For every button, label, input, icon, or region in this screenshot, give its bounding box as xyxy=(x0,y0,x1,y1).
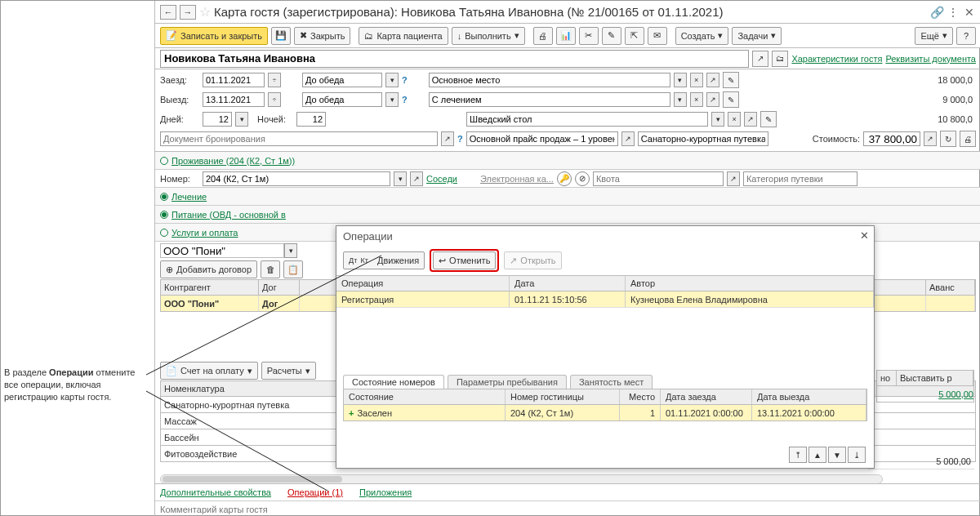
org-input[interactable] xyxy=(160,243,284,258)
operations-link[interactable]: Операции (1) xyxy=(287,487,343,497)
treat-clear[interactable]: × xyxy=(690,92,703,107)
close-window-icon[interactable]: ✕ xyxy=(963,6,976,19)
tasks-button[interactable]: Задачи ▾ xyxy=(732,27,782,45)
checkout-input[interactable] xyxy=(203,92,265,107)
quota-open[interactable]: ↗ xyxy=(727,171,740,186)
treat-open[interactable]: ↗ xyxy=(706,92,719,107)
meals-link[interactable]: Питание (ОВД - основной в xyxy=(172,210,286,220)
booking-doc-input[interactable] xyxy=(160,131,438,146)
pl-open[interactable]: ↗ xyxy=(621,131,635,146)
edit-button[interactable]: ✎ xyxy=(602,27,621,45)
checkout-meal-input[interactable] xyxy=(302,92,382,107)
execute-button[interactable]: ↓ Выполнить ▾ xyxy=(452,27,525,45)
room-dd[interactable]: ▾ xyxy=(394,171,407,186)
refresh-cost-icon[interactable]: ↻ xyxy=(940,131,956,147)
accommodation-link[interactable]: Проживание (204 (К2, Ст 1м)) xyxy=(172,156,295,166)
nav-back-button[interactable]: ← xyxy=(160,5,176,20)
requisites-link[interactable]: Реквизиты документа xyxy=(885,54,976,64)
buffet-clear[interactable]: × xyxy=(728,112,741,127)
mail-button[interactable]: ✉ xyxy=(648,27,667,45)
room-input[interactable] xyxy=(203,171,390,186)
patient-card-button[interactable]: 🗂 Карта пациента xyxy=(359,27,448,45)
help2-icon[interactable]: ? xyxy=(402,95,408,105)
edit-buffet-icon[interactable]: ✎ xyxy=(760,111,777,127)
checkin-input[interactable] xyxy=(203,73,265,87)
save-button[interactable]: 💾 xyxy=(271,27,291,45)
nav-up-icon[interactable]: ▲ xyxy=(808,447,826,463)
buffet-open[interactable]: ↗ xyxy=(744,112,757,127)
place-clear[interactable]: × xyxy=(690,73,703,87)
add-contract-button[interactable]: ⊕ Добавить договор xyxy=(160,260,257,278)
neighbors-link[interactable]: Соседи xyxy=(426,174,457,184)
export-button[interactable]: ⇱ xyxy=(625,27,644,45)
invoice-button[interactable]: 📄 Счет на оплату ▾ xyxy=(160,362,258,380)
extra-properties-link[interactable]: Дополнительные свойства xyxy=(160,487,271,497)
key-icon[interactable]: 🔑 xyxy=(557,171,572,186)
chart-button[interactable]: 📊 xyxy=(556,27,576,45)
movements-button[interactable]: ДтКт Движения xyxy=(343,251,425,269)
date-spinner[interactable]: ÷ xyxy=(268,73,281,87)
tab-room-state[interactable]: Состояние номеров xyxy=(343,375,444,389)
characteristics-link[interactable]: Характеристики гостя xyxy=(791,54,882,64)
days-dd[interactable]: ▾ xyxy=(235,112,248,127)
favorite-icon[interactable]: ☆ xyxy=(199,4,211,20)
link-icon[interactable]: 🔗 xyxy=(930,6,943,19)
nights-input[interactable] xyxy=(296,112,326,127)
pricelist-input[interactable] xyxy=(466,131,618,146)
help-icon[interactable]: ? xyxy=(402,75,408,85)
org-dd[interactable]: ▾ xyxy=(284,243,297,258)
treatment-input[interactable] xyxy=(429,92,670,107)
quota-input[interactable] xyxy=(593,171,724,186)
cancel-key-icon[interactable]: ⊘ xyxy=(575,171,590,186)
treatment-link[interactable]: Лечение xyxy=(172,192,207,202)
tab-stay-params[interactable]: Параметры пребывания xyxy=(448,375,567,389)
category-input[interactable] xyxy=(743,171,858,186)
voucher-input[interactable] xyxy=(638,131,768,146)
state-grid-row[interactable]: +Заселен 204 (К2, Ст 1м) 1 01.11.2021 0:… xyxy=(343,405,867,421)
buffet-dd[interactable]: ▾ xyxy=(711,112,724,127)
treatment-section[interactable]: Лечение xyxy=(155,188,980,206)
open-guest-button[interactable]: ↗ xyxy=(752,51,768,67)
help-button[interactable]: ? xyxy=(956,27,976,45)
room-open[interactable]: ↗ xyxy=(410,171,423,186)
cost-open[interactable]: ↗ xyxy=(924,131,937,146)
menu-icon[interactable]: ⋮ xyxy=(947,6,960,19)
close-button[interactable]: ✖ Закрыть xyxy=(294,27,350,45)
place-open[interactable]: ↗ xyxy=(706,73,719,87)
edit-treat-icon[interactable]: ✎ xyxy=(723,91,739,108)
nav-first-icon[interactable]: ⤒ xyxy=(789,447,807,463)
buffet-input[interactable] xyxy=(466,112,708,127)
ecard-link[interactable]: Электронная ка... xyxy=(480,174,554,184)
copy-button[interactable]: 📋 xyxy=(283,260,303,278)
print-cost-icon[interactable]: 🖨 xyxy=(960,131,976,147)
days-input[interactable] xyxy=(203,112,232,127)
nav-down-icon[interactable]: ▼ xyxy=(828,447,846,463)
delete-button[interactable]: 🗑 xyxy=(261,260,280,278)
guest-card-button[interactable]: 🗂 xyxy=(772,51,788,67)
meal-dd[interactable]: ▾ xyxy=(385,73,399,87)
print-button[interactable]: 🖨 xyxy=(533,27,553,45)
cost-input[interactable] xyxy=(863,131,920,146)
row-sum-link[interactable]: 5 000,00 xyxy=(938,389,973,399)
ops-grid-row[interactable]: Регистрация 01.11.21 15:10:56 Кузнецова … xyxy=(336,291,874,308)
attachments-link[interactable]: Приложения xyxy=(359,487,412,497)
cancel-operation-button[interactable]: ↩ Отменить xyxy=(433,251,496,269)
comment-input[interactable] xyxy=(160,505,976,514)
date-spinner2[interactable]: ÷ xyxy=(268,92,281,107)
meals-section[interactable]: Питание (ОВД - основной в xyxy=(155,206,980,224)
accommodation-section[interactable]: Проживание (204 (К2, Ст 1м)) xyxy=(155,152,980,170)
treat-dd[interactable]: ▾ xyxy=(674,92,687,107)
create-button[interactable]: Создать ▾ xyxy=(675,27,729,45)
guest-name-input[interactable] xyxy=(160,50,749,68)
more-button[interactable]: Ещё ▾ xyxy=(915,27,953,45)
nav-last-icon[interactable]: ⤓ xyxy=(848,447,866,463)
services-link[interactable]: Услуги и оплата xyxy=(172,228,238,238)
popup-close-icon[interactable]: ✕ xyxy=(860,229,869,242)
scissors-button[interactable]: ✂ xyxy=(579,27,599,45)
book-open[interactable]: ↗ xyxy=(441,131,454,146)
save-close-button[interactable]: 📝 Записать и закрыть xyxy=(160,27,268,45)
tab-occupancy[interactable]: Занятость мест xyxy=(570,375,653,389)
edit-place-icon[interactable]: ✎ xyxy=(723,72,739,88)
checkin-meal-input[interactable] xyxy=(302,73,382,87)
calc-button[interactable]: Расчеты ▾ xyxy=(261,362,316,380)
